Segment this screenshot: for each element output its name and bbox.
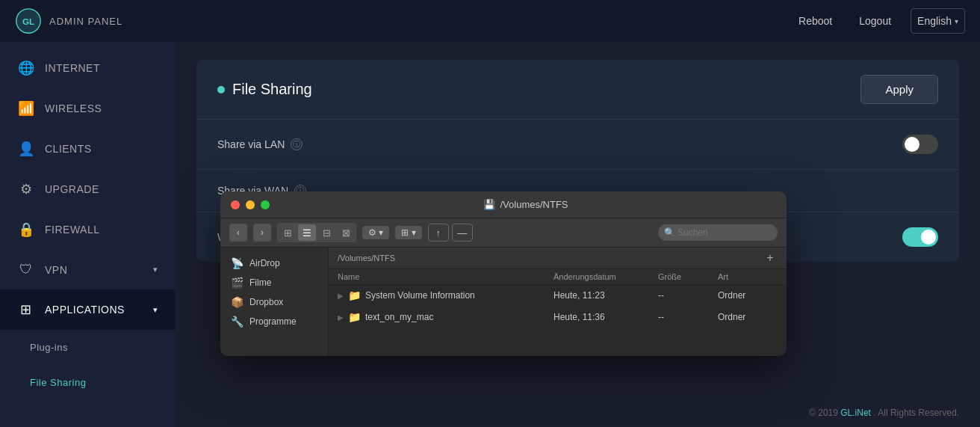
vpn-icon: 🛡	[18, 262, 34, 277]
sidebar-label-plug-ins: Plug-ins	[30, 342, 68, 353]
writable-toggle-knob	[921, 230, 936, 245]
finder-row-type-0: Ordner	[718, 290, 778, 301]
language-selector[interactable]: English ▾	[911, 8, 965, 34]
finder-row-name-text-1: text_on_my_mac	[365, 312, 433, 322]
finder-sidebar-filme-label: Filme	[249, 277, 271, 288]
writable-toggle[interactable]	[902, 227, 938, 247]
clients-icon: 👤	[18, 141, 34, 157]
finder-search-input[interactable]	[658, 224, 778, 241]
finder-arrange-group: ⊞ ▾	[395, 226, 421, 239]
finder-tag-button[interactable]: —	[452, 224, 473, 242]
share-lan-toggle[interactable]	[902, 135, 938, 154]
airdrop-icon: 📡	[231, 257, 244, 269]
sidebar-item-clients[interactable]: 👤 CLIENTS	[0, 129, 176, 169]
finder-list-view-button[interactable]: ☰	[298, 224, 316, 241]
finder-sidebar-programme-label: Programme	[249, 316, 297, 327]
finder-minimize-button[interactable]	[246, 200, 255, 209]
share-lan-toggle-knob	[905, 137, 919, 152]
sidebar-label-upgrade: UPGRADE	[45, 183, 99, 195]
sidebar: 🌐 INTERNET 📶 WIRELESS 👤 CLIENTS ⚙ UPGRAD…	[0, 42, 176, 427]
sidebar-item-firewall[interactable]: 🔒 FIREWALL	[0, 209, 176, 250]
header: GL ADMIN PANEL Reboot Logout English ▾	[0, 0, 980, 42]
finder-row-size-0: --	[658, 290, 718, 301]
finder-share-button[interactable]: ↑	[428, 224, 449, 242]
sidebar-item-internet[interactable]: 🌐 INTERNET	[0, 48, 176, 88]
finder-search-wrapper: 🔍	[658, 224, 778, 241]
applications-icon: ⊞	[18, 301, 34, 318]
finder-close-button[interactable]	[231, 200, 240, 209]
finder-row-date-0: Heute, 11:23	[553, 290, 658, 301]
sidebar-label-wireless: WIRELESS	[45, 102, 102, 114]
finder-disk-icon: 💾	[483, 199, 495, 210]
admin-panel-label: ADMIN PANEL	[49, 16, 122, 27]
content-area: File Sharing Apply Share via LAN ⓘ Share…	[176, 42, 980, 427]
finder-view-buttons: ⊞ ☰ ⊟ ⊠	[277, 223, 356, 242]
finder-gear-button[interactable]: ⚙ ▾	[362, 226, 389, 239]
finder-arrange-button[interactable]: ⊞ ▾	[395, 226, 421, 239]
sidebar-item-plug-ins[interactable]: Plug-ins	[0, 330, 176, 365]
table-row[interactable]: ▶ 📁 text_on_my_mac Heute, 11:36 -- Ordne…	[329, 307, 787, 328]
page-title: File Sharing	[232, 81, 312, 98]
finder-sidebar-airdrop-label: AirDrop	[249, 258, 280, 268]
chevron-down-icon: ▾	[955, 17, 958, 25]
finder-column-view-button[interactable]: ⊟	[317, 224, 335, 241]
vpn-arrow-icon: ▾	[153, 265, 158, 274]
finder-row-name-0: ▶ 📁 System Volume Information	[338, 289, 553, 301]
expand-icon-1: ▶	[338, 313, 344, 322]
finder-add-button[interactable]: +	[763, 251, 778, 265]
finder-col-date: Änderungsdatum	[553, 272, 658, 281]
header-actions: Reboot Logout English ▾	[791, 8, 965, 34]
finder-table: Name Änderungsdatum Größe Art ▶ 📁 System…	[329, 269, 787, 356]
finder-share-group: ↑ —	[428, 224, 473, 242]
finder-sidebar-dropbox-label: Dropbox	[249, 297, 283, 307]
finder-sidebar-filme[interactable]: 🎬 Filme	[220, 273, 328, 292]
footer: © 2019 GL.iNet . All Rights Reserved.	[788, 399, 980, 427]
programme-icon: 🔧	[231, 316, 244, 328]
finder-body: 📡 AirDrop 🎬 Filme 📦 Dropbox 🔧 Programme	[220, 248, 787, 356]
sidebar-item-upgrade[interactable]: ⚙ UPGRADE	[0, 169, 176, 209]
finder-col-size: Größe	[658, 272, 718, 281]
share-lan-text: Share via LAN	[217, 138, 285, 150]
reboot-button[interactable]: Reboot	[791, 10, 840, 31]
expand-icon-0: ▶	[338, 292, 344, 300]
status-dot	[217, 86, 225, 93]
finder-sidebar-dropbox[interactable]: 📦 Dropbox	[220, 292, 328, 312]
finder-col-type: Art	[718, 272, 778, 281]
sidebar-item-applications[interactable]: ⊞ APPLICATIONS ▾	[0, 289, 176, 330]
finder-title-text: /Volumes/NTFS	[500, 199, 568, 210]
sidebar-item-vpn[interactable]: 🛡 VPN ▾	[0, 250, 176, 289]
setting-row-share-lan: Share via LAN ⓘ	[196, 120, 959, 170]
finder-action-group: ⚙ ▾	[362, 226, 389, 239]
logo-icon: GL	[15, 7, 42, 34]
apply-button[interactable]: Apply	[860, 75, 938, 104]
main-layout: 🌐 INTERNET 📶 WIRELESS 👤 CLIENTS ⚙ UPGRAD…	[0, 42, 980, 427]
logout-button[interactable]: Logout	[852, 10, 899, 31]
finder-sidebar-programme[interactable]: 🔧 Programme	[220, 312, 328, 331]
sidebar-item-file-sharing[interactable]: File Sharing	[0, 365, 176, 400]
finder-row-name-1: ▶ 📁 text_on_my_mac	[338, 311, 553, 323]
finder-gallery-view-button[interactable]: ⊠	[337, 224, 355, 241]
table-row[interactable]: ▶ 📁 System Volume Information Heute, 11:…	[329, 285, 787, 307]
language-label: English	[917, 15, 952, 27]
card-title-row: File Sharing	[217, 81, 312, 98]
finder-path-bar: /Volumes/NTFS +	[329, 248, 787, 269]
finder-maximize-button[interactable]	[261, 200, 270, 209]
footer-link[interactable]: GL.iNet	[840, 408, 871, 418]
finder-back-button[interactable]: ‹	[229, 224, 247, 242]
finder-table-header: Name Änderungsdatum Größe Art	[329, 269, 787, 285]
upgrade-icon: ⚙	[18, 181, 34, 197]
finder-main: /Volumes/NTFS + Name Änderungsdatum Größ…	[329, 248, 787, 356]
finder-icon-view-button[interactable]: ⊞	[279, 224, 297, 241]
internet-icon: 🌐	[18, 60, 34, 76]
finder-row-date-1: Heute, 11:36	[553, 312, 658, 322]
finder-row-size-1: --	[658, 312, 718, 322]
footer-suffix: . All Rights Reserved.	[873, 408, 959, 418]
finder-path-text: /Volumes/NTFS	[338, 254, 395, 262]
finder-sidebar-airdrop[interactable]: 📡 AirDrop	[220, 254, 328, 273]
sidebar-item-wireless[interactable]: 📶 WIRELESS	[0, 88, 176, 129]
finder-row-name-text-0: System Volume Information	[365, 290, 475, 301]
card-header: File Sharing Apply	[196, 60, 959, 120]
finder-toolbar: ‹ › ⊞ ☰ ⊟ ⊠ ⚙ ▾ ⊞ ▾ ↑ —	[220, 218, 787, 248]
finder-forward-button[interactable]: ›	[253, 224, 271, 242]
share-lan-info-icon[interactable]: ⓘ	[291, 138, 303, 150]
